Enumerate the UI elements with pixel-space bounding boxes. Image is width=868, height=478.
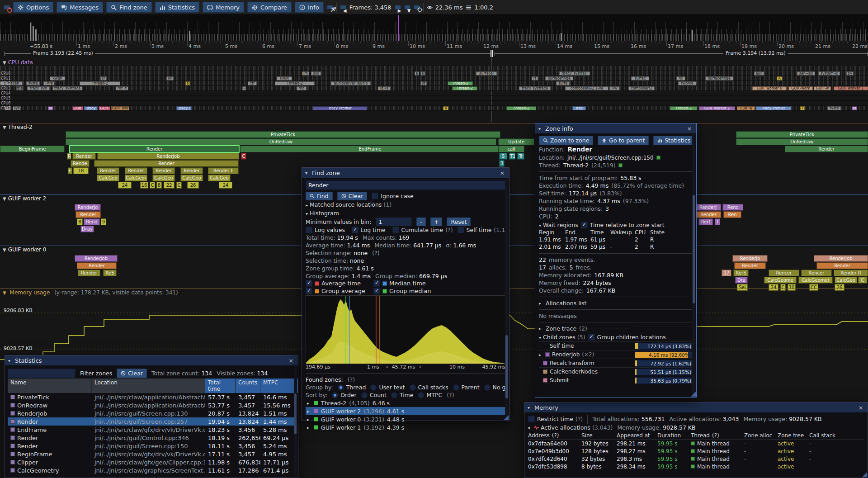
zone[interactable]: Render F <box>208 167 239 174</box>
histogram-option-checkbox[interactable]: Cumulate time(?) <box>392 227 453 233</box>
zone[interactable]: Rencer <box>769 270 799 276</box>
zone[interactable]: Dray <box>80 226 94 232</box>
zone[interactable]: Rende <box>71 160 90 167</box>
zone[interactable]: call <box>498 146 524 152</box>
zone-thread[interactable]: Thread-2 <box>563 162 589 169</box>
cpu-zone[interactable]: sys <box>311 71 321 76</box>
zone[interactable]: Render <box>180 167 203 174</box>
cpu-zone[interactable]: M <box>48 106 53 110</box>
zone[interactable]: Render <box>125 167 147 174</box>
options-button[interactable]: Options <box>13 2 53 13</box>
cpu-zone[interactable]: fps <box>16 86 23 90</box>
column-header[interactable]: Duration <box>657 431 691 439</box>
cpu-zone[interactable]: composer@2.1-se <box>565 86 609 90</box>
cpu-zone[interactable]: Tracy Profiler <box>756 106 791 110</box>
zone[interactable]: Render R <box>834 270 868 276</box>
group-by-radio[interactable]: Parent <box>453 384 480 391</box>
cpu-zone[interactable]: syste <box>26 81 40 85</box>
column-header[interactable]: Name <box>8 379 92 393</box>
column-header[interactable]: Call stack <box>809 431 864 439</box>
find-zone-search-input[interactable] <box>306 180 505 190</box>
zone[interactable]: PrivateTick <box>736 131 868 138</box>
zone[interactable]: Render <box>75 211 101 218</box>
group-by-radio[interactable]: Thread <box>338 384 366 391</box>
clear-filter-button[interactable]: Clear <box>117 369 147 378</box>
allocation-row[interactable]: 0x7dfc53d898 8 bytes 298.34 ms 59.95 s M… <box>528 463 864 470</box>
zone[interactable]: S <box>499 153 507 160</box>
cpu-zone[interactable]: lw <box>166 76 174 80</box>
cpu-zone[interactable]: surfac <box>631 76 649 80</box>
min-bin-decrease-button[interactable]: - <box>416 218 426 226</box>
zone[interactable]: PrivateTick <box>66 131 500 138</box>
frame-dropdown-button[interactable]: ▼ <box>404 5 410 9</box>
wait-regions-toggle[interactable]: ▾Wait regions <box>539 222 578 228</box>
clear-button[interactable]: Clear <box>337 192 368 200</box>
cpu-zone[interactable]: GUIF-work <box>788 86 813 90</box>
allocations-list-toggle[interactable]: ▸Allocations list <box>539 299 693 307</box>
statistics-button[interactable]: Statistics <box>155 2 199 13</box>
cpu-zone[interactable]: syste <box>827 106 841 110</box>
cpu-zone[interactable]: sys <box>13 106 21 110</box>
column-header[interactable]: Address(?) <box>528 431 581 439</box>
cpu-zone[interactable]: kwot <box>277 76 292 80</box>
column-header[interactable]: Size <box>581 431 617 439</box>
statistics-row[interactable]: Render jni/../jni/src/guif/Screen.cpp:25… <box>8 417 295 426</box>
cpu-zone[interactable]: audioserver /audio <box>331 81 371 85</box>
cpu-zone[interactable]: - <box>242 86 246 90</box>
zone[interactable]: 26 <box>187 182 199 189</box>
power-button[interactable] <box>4 5 10 9</box>
scrollbar[interactable] <box>294 366 297 476</box>
zone[interactable]: Render <box>696 211 721 218</box>
compare-button[interactable]: Compare <box>247 2 292 13</box>
cpu-zone[interactable]: Tracy I <box>176 106 192 110</box>
zone[interactable]: RenderJo <box>732 255 768 262</box>
column-header[interactable]: Zone free <box>778 431 809 439</box>
zone[interactable]: CalcGeor <box>125 175 147 181</box>
cpu-zone[interactable]: GUIF wor <box>111 106 129 110</box>
cpu-row[interactable]: CPU7 Th sys M GUIF Tracy GUIF GUIF wor T… <box>0 106 868 111</box>
zone[interactable]: CalcGeomet <box>798 277 833 284</box>
column-header[interactable]: Counts <box>236 379 260 393</box>
zone[interactable]: 8 <box>156 182 162 189</box>
find-button[interactable]: Find <box>306 192 333 200</box>
zone[interactable]: Render <box>72 153 96 160</box>
resize-grip[interactable] <box>862 472 867 477</box>
statistics-row[interactable]: EndFrame jni/../jni/src/claw/gfx/drv/vk/… <box>8 426 295 434</box>
zone[interactable]: 24 <box>219 182 232 189</box>
cpu-zone[interactable]: Thread-2 <box>448 81 473 85</box>
cpu-zone[interactable]: GUIF w <box>737 106 755 110</box>
zone[interactable]: Render <box>785 146 868 152</box>
zone[interactable]: Render <box>816 262 868 269</box>
child-zones-toggle[interactable]: ▾Child zones (5) <box>539 334 585 341</box>
statistics-titlebar[interactable]: ▾ Statistics × <box>5 355 298 365</box>
goto-frame-button[interactable] <box>414 5 420 9</box>
cpu-zone[interactable]: sr <box>100 76 107 80</box>
cpu-zone[interactable]: a <box>420 71 425 76</box>
zone[interactable]: BeginFrame <box>0 146 65 152</box>
time-relative-checkbox[interactable]: Time relative to zone start <box>581 222 665 228</box>
min-bin-input[interactable] <box>376 218 412 226</box>
close-icon[interactable]: × <box>686 125 693 132</box>
cpu-zone[interactable]: a <box>415 71 419 76</box>
statistics-row[interactable]: CalcGeometry jni/../jni/src/claw/graphic… <box>8 466 295 474</box>
zone[interactable]: OnRedraw <box>736 138 868 145</box>
legend-checkbox[interactable]: Average time <box>306 280 373 287</box>
group-children-checkbox[interactable]: Group children locations <box>588 334 666 341</box>
thread-header[interactable]: ▼Thread-2 <box>0 123 868 131</box>
cpu-zone[interactable]: surfacefinge <box>705 76 733 80</box>
zone[interactable]: EndFrame <box>240 146 500 152</box>
allocation-address[interactable]: 0x7e049b3d00 <box>528 447 581 455</box>
zone[interactable]: RerS <box>733 270 749 276</box>
zone[interactable]: Update <box>498 138 534 145</box>
zone[interactable]: Rencer <box>801 270 832 276</box>
close-icon[interactable]: × <box>288 357 295 364</box>
zone[interactable]: Re5 <box>103 270 117 276</box>
cpu-zone[interactable]: composer@ <box>628 86 655 90</box>
filter-zones-input[interactable] <box>8 369 75 378</box>
min-bin-increase-button[interactable]: + <box>430 218 442 226</box>
zone[interactable]: 3 <box>499 160 505 167</box>
reset-button[interactable]: Reset <box>447 218 471 226</box>
cpu-zone[interactable]: roi <box>676 76 685 80</box>
cpu-zone[interactable]: md <box>297 86 307 90</box>
statistics-row[interactable]: OnRedraw jni/../jni/src/claw/application… <box>8 401 295 409</box>
